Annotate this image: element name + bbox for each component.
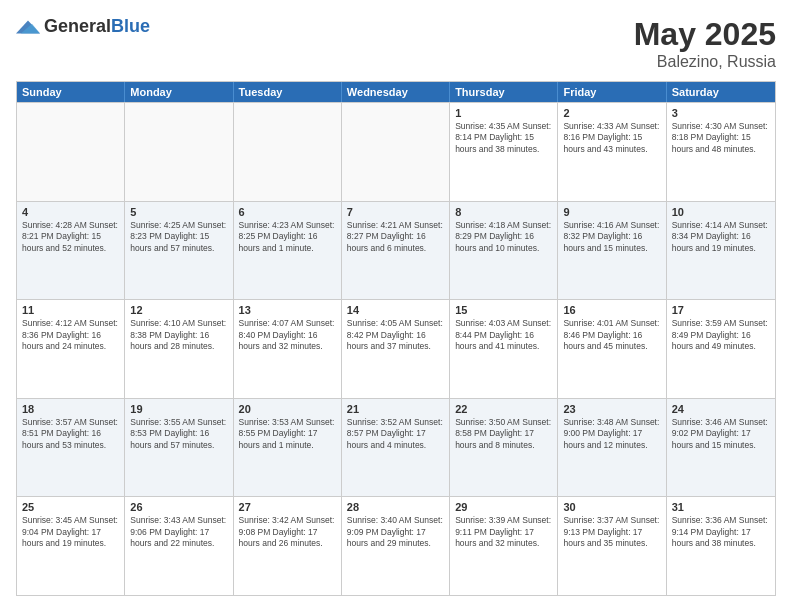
day-number: 16 (563, 304, 660, 316)
day-cell-11: 11Sunrise: 4:12 AM Sunset: 8:36 PM Dayli… (17, 300, 125, 398)
day-info: Sunrise: 4:14 AM Sunset: 8:34 PM Dayligh… (672, 220, 770, 254)
calendar-row-4: 25Sunrise: 3:45 AM Sunset: 9:04 PM Dayli… (17, 496, 775, 595)
day-info: Sunrise: 4:03 AM Sunset: 8:44 PM Dayligh… (455, 318, 552, 352)
header-cell-saturday: Saturday (667, 82, 775, 102)
header-cell-tuesday: Tuesday (234, 82, 342, 102)
day-info: Sunrise: 4:23 AM Sunset: 8:25 PM Dayligh… (239, 220, 336, 254)
day-info: Sunrise: 4:01 AM Sunset: 8:46 PM Dayligh… (563, 318, 660, 352)
day-cell-13: 13Sunrise: 4:07 AM Sunset: 8:40 PM Dayli… (234, 300, 342, 398)
title-block: May 2025 Balezino, Russia (634, 16, 776, 71)
day-number: 22 (455, 403, 552, 415)
day-info: Sunrise: 3:46 AM Sunset: 9:02 PM Dayligh… (672, 417, 770, 451)
day-cell-26: 26Sunrise: 3:43 AM Sunset: 9:06 PM Dayli… (125, 497, 233, 595)
day-info: Sunrise: 3:53 AM Sunset: 8:55 PM Dayligh… (239, 417, 336, 451)
day-number: 28 (347, 501, 444, 513)
day-number: 8 (455, 206, 552, 218)
day-number: 25 (22, 501, 119, 513)
day-info: Sunrise: 3:57 AM Sunset: 8:51 PM Dayligh… (22, 417, 119, 451)
day-number: 26 (130, 501, 227, 513)
day-number: 1 (455, 107, 552, 119)
day-info: Sunrise: 4:10 AM Sunset: 8:38 PM Dayligh… (130, 318, 227, 352)
logo-blue: Blue (111, 16, 150, 36)
day-cell-30: 30Sunrise: 3:37 AM Sunset: 9:13 PM Dayli… (558, 497, 666, 595)
day-info: Sunrise: 3:52 AM Sunset: 8:57 PM Dayligh… (347, 417, 444, 451)
day-info: Sunrise: 3:45 AM Sunset: 9:04 PM Dayligh… (22, 515, 119, 549)
calendar-row-1: 4Sunrise: 4:28 AM Sunset: 8:21 PM Daylig… (17, 201, 775, 300)
day-cell-19: 19Sunrise: 3:55 AM Sunset: 8:53 PM Dayli… (125, 399, 233, 497)
day-cell-21: 21Sunrise: 3:52 AM Sunset: 8:57 PM Dayli… (342, 399, 450, 497)
header-cell-monday: Monday (125, 82, 233, 102)
day-cell-5: 5Sunrise: 4:25 AM Sunset: 8:23 PM Daylig… (125, 202, 233, 300)
day-info: Sunrise: 3:39 AM Sunset: 9:11 PM Dayligh… (455, 515, 552, 549)
day-number: 27 (239, 501, 336, 513)
day-number: 20 (239, 403, 336, 415)
day-cell-2: 2Sunrise: 4:33 AM Sunset: 8:16 PM Daylig… (558, 103, 666, 201)
day-number: 21 (347, 403, 444, 415)
day-number: 19 (130, 403, 227, 415)
day-info: Sunrise: 4:28 AM Sunset: 8:21 PM Dayligh… (22, 220, 119, 254)
day-number: 6 (239, 206, 336, 218)
day-info: Sunrise: 4:30 AM Sunset: 8:18 PM Dayligh… (672, 121, 770, 155)
empty-cell (17, 103, 125, 201)
day-cell-27: 27Sunrise: 3:42 AM Sunset: 9:08 PM Dayli… (234, 497, 342, 595)
day-cell-20: 20Sunrise: 3:53 AM Sunset: 8:55 PM Dayli… (234, 399, 342, 497)
day-cell-22: 22Sunrise: 3:50 AM Sunset: 8:58 PM Dayli… (450, 399, 558, 497)
empty-cell (125, 103, 233, 201)
day-cell-3: 3Sunrise: 4:30 AM Sunset: 8:18 PM Daylig… (667, 103, 775, 201)
day-number: 14 (347, 304, 444, 316)
day-info: Sunrise: 3:55 AM Sunset: 8:53 PM Dayligh… (130, 417, 227, 451)
day-info: Sunrise: 4:25 AM Sunset: 8:23 PM Dayligh… (130, 220, 227, 254)
title-location: Balezino, Russia (634, 53, 776, 71)
day-number: 24 (672, 403, 770, 415)
day-cell-16: 16Sunrise: 4:01 AM Sunset: 8:46 PM Dayli… (558, 300, 666, 398)
day-info: Sunrise: 3:37 AM Sunset: 9:13 PM Dayligh… (563, 515, 660, 549)
day-cell-12: 12Sunrise: 4:10 AM Sunset: 8:38 PM Dayli… (125, 300, 233, 398)
calendar-row-3: 18Sunrise: 3:57 AM Sunset: 8:51 PM Dayli… (17, 398, 775, 497)
title-month: May 2025 (634, 16, 776, 53)
day-cell-4: 4Sunrise: 4:28 AM Sunset: 8:21 PM Daylig… (17, 202, 125, 300)
day-info: Sunrise: 4:18 AM Sunset: 8:29 PM Dayligh… (455, 220, 552, 254)
day-cell-1: 1Sunrise: 4:35 AM Sunset: 8:14 PM Daylig… (450, 103, 558, 201)
day-cell-17: 17Sunrise: 3:59 AM Sunset: 8:49 PM Dayli… (667, 300, 775, 398)
logo-icon (16, 17, 40, 37)
logo: GeneralBlue (16, 16, 150, 37)
header-cell-thursday: Thursday (450, 82, 558, 102)
day-cell-25: 25Sunrise: 3:45 AM Sunset: 9:04 PM Dayli… (17, 497, 125, 595)
day-info: Sunrise: 3:50 AM Sunset: 8:58 PM Dayligh… (455, 417, 552, 451)
day-info: Sunrise: 4:12 AM Sunset: 8:36 PM Dayligh… (22, 318, 119, 352)
header: GeneralBlue May 2025 Balezino, Russia (16, 16, 776, 71)
day-cell-7: 7Sunrise: 4:21 AM Sunset: 8:27 PM Daylig… (342, 202, 450, 300)
day-cell-8: 8Sunrise: 4:18 AM Sunset: 8:29 PM Daylig… (450, 202, 558, 300)
day-info: Sunrise: 4:21 AM Sunset: 8:27 PM Dayligh… (347, 220, 444, 254)
day-cell-24: 24Sunrise: 3:46 AM Sunset: 9:02 PM Dayli… (667, 399, 775, 497)
header-cell-friday: Friday (558, 82, 666, 102)
day-cell-18: 18Sunrise: 3:57 AM Sunset: 8:51 PM Dayli… (17, 399, 125, 497)
day-cell-23: 23Sunrise: 3:48 AM Sunset: 9:00 PM Dayli… (558, 399, 666, 497)
day-number: 3 (672, 107, 770, 119)
day-number: 18 (22, 403, 119, 415)
calendar-body: 1Sunrise: 4:35 AM Sunset: 8:14 PM Daylig… (17, 102, 775, 595)
day-info: Sunrise: 4:07 AM Sunset: 8:40 PM Dayligh… (239, 318, 336, 352)
day-info: Sunrise: 4:35 AM Sunset: 8:14 PM Dayligh… (455, 121, 552, 155)
day-number: 30 (563, 501, 660, 513)
day-cell-29: 29Sunrise: 3:39 AM Sunset: 9:11 PM Dayli… (450, 497, 558, 595)
day-cell-9: 9Sunrise: 4:16 AM Sunset: 8:32 PM Daylig… (558, 202, 666, 300)
calendar-row-2: 11Sunrise: 4:12 AM Sunset: 8:36 PM Dayli… (17, 299, 775, 398)
day-cell-28: 28Sunrise: 3:40 AM Sunset: 9:09 PM Dayli… (342, 497, 450, 595)
day-info: Sunrise: 3:59 AM Sunset: 8:49 PM Dayligh… (672, 318, 770, 352)
calendar-header: SundayMondayTuesdayWednesdayThursdayFrid… (17, 82, 775, 102)
day-number: 4 (22, 206, 119, 218)
day-info: Sunrise: 4:33 AM Sunset: 8:16 PM Dayligh… (563, 121, 660, 155)
day-info: Sunrise: 4:05 AM Sunset: 8:42 PM Dayligh… (347, 318, 444, 352)
day-number: 29 (455, 501, 552, 513)
day-info: Sunrise: 3:36 AM Sunset: 9:14 PM Dayligh… (672, 515, 770, 549)
calendar-row-0: 1Sunrise: 4:35 AM Sunset: 8:14 PM Daylig… (17, 102, 775, 201)
day-number: 9 (563, 206, 660, 218)
day-number: 15 (455, 304, 552, 316)
day-number: 7 (347, 206, 444, 218)
day-cell-10: 10Sunrise: 4:14 AM Sunset: 8:34 PM Dayli… (667, 202, 775, 300)
day-cell-14: 14Sunrise: 4:05 AM Sunset: 8:42 PM Dayli… (342, 300, 450, 398)
calendar: SundayMondayTuesdayWednesdayThursdayFrid… (16, 81, 776, 596)
day-number: 31 (672, 501, 770, 513)
logo-general: General (44, 16, 111, 36)
